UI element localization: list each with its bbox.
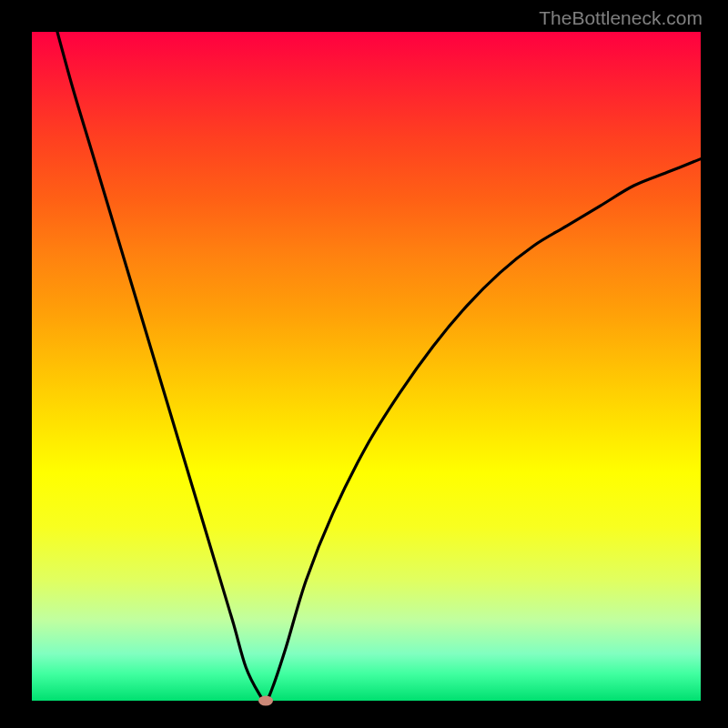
bottleneck-curve [52, 32, 701, 701]
chart-curve-layer [32, 32, 701, 701]
minimum-marker [258, 696, 273, 706]
watermark-text: TheBottleneck.com [539, 7, 703, 29]
